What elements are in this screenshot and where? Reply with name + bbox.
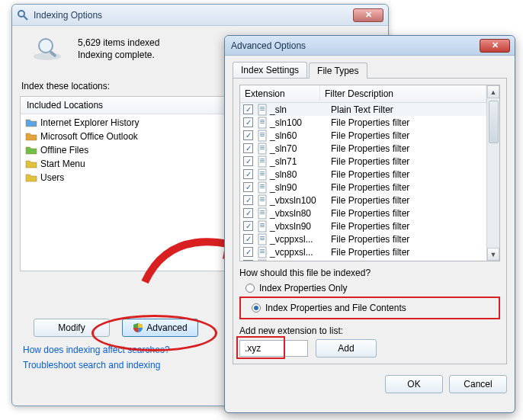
extension-row[interactable]: _sln71File Properties filter bbox=[240, 155, 486, 168]
svg-rect-23 bbox=[260, 160, 265, 161]
col-included[interactable]: Included Locations bbox=[21, 97, 234, 114]
extension-row[interactable]: _sln100File Properties filter bbox=[240, 116, 486, 129]
folder-icon bbox=[25, 158, 37, 170]
radio-properties-only[interactable]: Index Properties Only bbox=[239, 281, 500, 295]
svg-rect-43 bbox=[260, 225, 265, 226]
radio-label: Index Properties and File Contents bbox=[265, 303, 406, 313]
close-button[interactable]: ✕ bbox=[480, 39, 510, 53]
extension-row[interactable]: _sln70File Properties filter bbox=[240, 142, 486, 155]
checkbox[interactable] bbox=[243, 221, 253, 231]
svg-rect-14 bbox=[260, 133, 265, 133]
svg-rect-8 bbox=[260, 110, 265, 111]
svg-rect-39 bbox=[260, 212, 265, 213]
extension-row[interactable]: _vcppxsl...File Properties filter bbox=[240, 258, 486, 261]
advanced-button[interactable]: Advanced bbox=[122, 319, 198, 337]
file-icon bbox=[256, 155, 268, 168]
svg-rect-32 bbox=[260, 188, 265, 188]
ext-desc: File Properties filter bbox=[331, 221, 486, 232]
svg-rect-28 bbox=[260, 175, 265, 175]
checkbox[interactable] bbox=[243, 195, 253, 205]
svg-rect-48 bbox=[260, 239, 265, 240]
file-icon bbox=[256, 259, 268, 261]
ext-name: _sln80 bbox=[270, 169, 331, 180]
window-title: Advanced Options bbox=[229, 40, 480, 51]
svg-rect-26 bbox=[260, 172, 265, 172]
col-extension[interactable]: Extension bbox=[240, 85, 320, 102]
svg-rect-47 bbox=[260, 238, 265, 239]
advanced-label: Advanced bbox=[146, 322, 187, 333]
extension-row[interactable]: _slnPlain Text Filter bbox=[240, 103, 486, 116]
checkbox[interactable] bbox=[243, 143, 253, 153]
ext-desc: File Properties filter bbox=[331, 143, 486, 154]
ext-name: _vbxsln80 bbox=[270, 208, 331, 219]
scroll-up-button[interactable]: ▲ bbox=[487, 85, 499, 98]
scroll-down-button[interactable]: ▼ bbox=[487, 248, 499, 261]
checkbox[interactable] bbox=[243, 130, 253, 140]
ext-desc: File Properties filter bbox=[331, 156, 486, 167]
scrollbar[interactable]: ▲ ▼ bbox=[486, 85, 499, 261]
svg-line-1 bbox=[24, 16, 27, 20]
close-button[interactable]: ✕ bbox=[353, 8, 383, 22]
tab-file-types[interactable]: File Types bbox=[309, 63, 367, 79]
ext-name: _vcppxsl... bbox=[270, 247, 331, 258]
svg-rect-51 bbox=[260, 251, 265, 252]
extensions-header: Extension Filter Description bbox=[240, 85, 486, 103]
svg-rect-31 bbox=[260, 186, 265, 187]
svg-rect-35 bbox=[260, 199, 265, 200]
svg-rect-38 bbox=[260, 210, 265, 211]
checkbox[interactable] bbox=[243, 182, 253, 192]
modify-button[interactable]: Modify bbox=[34, 319, 110, 337]
ok-button[interactable]: OK bbox=[385, 375, 443, 393]
file-icon bbox=[256, 220, 268, 232]
index-icon bbox=[17, 9, 29, 21]
extension-row[interactable]: _vcppxsl...File Properties filter bbox=[240, 245, 486, 258]
add-ext-input[interactable] bbox=[239, 340, 308, 357]
extension-row[interactable]: _sln90File Properties filter bbox=[240, 181, 486, 194]
extensions-listview[interactable]: Extension Filter Description _slnPlain T… bbox=[239, 85, 500, 261]
extension-row[interactable]: _sln80File Properties filter bbox=[240, 168, 486, 181]
checkbox[interactable] bbox=[243, 234, 253, 244]
extension-row[interactable]: _sln60File Properties filter bbox=[240, 129, 486, 142]
titlebar[interactable]: Indexing Options ✕ bbox=[12, 5, 388, 26]
add-button[interactable]: Add bbox=[316, 339, 377, 357]
file-icon bbox=[256, 130, 268, 142]
checkbox[interactable] bbox=[243, 260, 253, 261]
cancel-label: Cancel bbox=[464, 379, 492, 390]
ext-name: _sln70 bbox=[270, 143, 331, 154]
ext-desc: File Properties filter bbox=[331, 247, 486, 258]
checkbox[interactable] bbox=[243, 247, 253, 257]
svg-point-2 bbox=[34, 53, 61, 60]
svg-rect-12 bbox=[260, 123, 265, 123]
titlebar[interactable]: Advanced Options ✕ bbox=[225, 36, 515, 56]
checkbox[interactable] bbox=[243, 169, 253, 179]
folder-icon bbox=[25, 130, 37, 143]
cancel-button[interactable]: Cancel bbox=[449, 375, 507, 393]
radio-label: Index Properties Only bbox=[259, 283, 347, 293]
ext-desc: File Properties filter bbox=[331, 260, 486, 261]
svg-rect-18 bbox=[260, 146, 265, 146]
ext-desc: File Properties filter bbox=[331, 195, 486, 206]
svg-rect-11 bbox=[260, 121, 265, 122]
extension-row[interactable]: _vbxsln80File Properties filter bbox=[240, 207, 486, 220]
tab-index-settings[interactable]: Index Settings bbox=[233, 62, 307, 78]
extension-row[interactable]: _vbxsln90File Properties filter bbox=[240, 220, 486, 232]
checkbox[interactable] bbox=[243, 117, 253, 127]
checkbox[interactable] bbox=[243, 208, 253, 218]
svg-rect-34 bbox=[260, 197, 265, 198]
extension-row[interactable]: _vbxsln100File Properties filter bbox=[240, 194, 486, 207]
scroll-thumb[interactable] bbox=[489, 101, 499, 143]
location-name: Internet Explorer History bbox=[40, 117, 239, 128]
ext-desc: File Properties filter bbox=[331, 182, 486, 193]
checkbox[interactable] bbox=[243, 156, 253, 166]
radio-properties-contents[interactable]: Index Properties and File Contents bbox=[245, 301, 494, 315]
col-filter-desc[interactable]: Filter Description bbox=[320, 85, 486, 102]
svg-rect-22 bbox=[260, 159, 265, 159]
add-label: Add bbox=[338, 343, 354, 354]
location-name: Start Menu bbox=[40, 159, 239, 169]
location-name: Users bbox=[40, 172, 239, 183]
checkbox[interactable] bbox=[243, 104, 253, 114]
folder-icon bbox=[25, 117, 37, 129]
advanced-options-window: Advanced Options ✕ Index Settings File T… bbox=[224, 35, 515, 413]
location-name: Microsoft Office Outlook bbox=[40, 131, 239, 142]
extension-row[interactable]: _vcppxsl...File Properties filter bbox=[240, 232, 486, 245]
